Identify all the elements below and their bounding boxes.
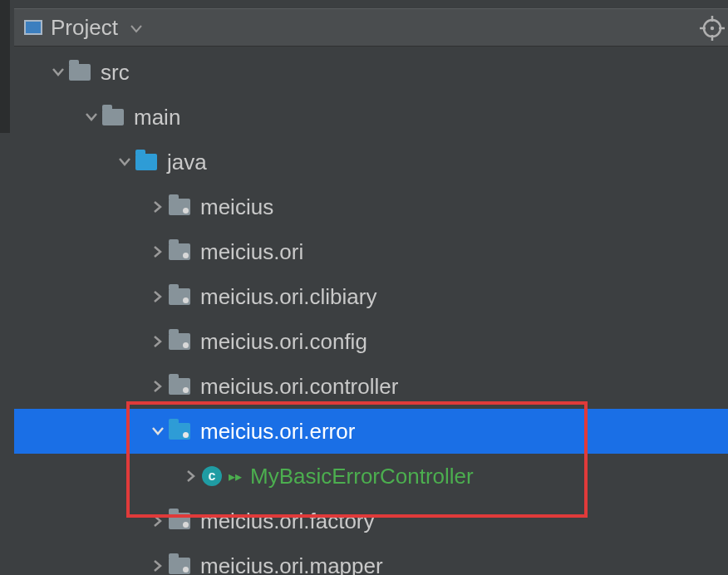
tree-node-package[interactable]: meicius.ori.mapper: [14, 543, 728, 575]
source-folder-icon: [135, 154, 157, 170]
project-icon: [24, 20, 42, 35]
tree-label: meicius.ori.factory: [200, 509, 375, 534]
tree-label: main: [134, 105, 180, 130]
tree-node-src[interactable]: src: [14, 50, 728, 95]
chevron-down-icon[interactable]: [47, 67, 69, 77]
project-tree[interactable]: src main java meicius meicius.ori: [14, 50, 728, 575]
runnable-icon: ▸▸: [229, 469, 242, 484]
tree-node-main[interactable]: main: [14, 95, 728, 140]
package-icon: [169, 513, 190, 529]
chevron-right-icon[interactable]: [147, 335, 169, 348]
package-icon: [169, 378, 190, 395]
target-icon[interactable]: [700, 16, 725, 46]
folder-icon: [69, 64, 91, 81]
package-icon: [169, 558, 190, 574]
chevron-right-icon[interactable]: [147, 559, 169, 573]
tree-label: meicius.ori.clibiary: [200, 284, 376, 310]
tree-label: meicius.ori: [200, 239, 303, 265]
chevron-down-icon[interactable]: [130, 16, 143, 39]
chevron-down-icon[interactable]: [114, 157, 135, 167]
chevron-down-icon[interactable]: [147, 426, 169, 436]
tree-node-package[interactable]: meicius: [14, 184, 728, 229]
tree-node-package[interactable]: meicius.ori.factory: [14, 499, 728, 543]
tree-label: meicius.ori.error: [200, 419, 355, 445]
tree-node-package[interactable]: meicius.ori.clibiary: [14, 274, 728, 319]
chevron-right-icon[interactable]: [147, 245, 169, 258]
project-toolbar[interactable]: Project: [14, 8, 728, 47]
tree-label: src: [101, 60, 130, 86]
tree-label: meicius.ori.mapper: [200, 553, 383, 576]
chevron-right-icon[interactable]: [147, 200, 169, 214]
chevron-right-icon[interactable]: [147, 380, 169, 393]
tree-label: meicius: [200, 194, 273, 220]
chevron-right-icon[interactable]: [180, 469, 202, 483]
tree-node-package[interactable]: meicius.ori.config: [14, 319, 728, 364]
project-label: Project: [51, 15, 118, 41]
package-icon: [169, 288, 190, 305]
package-icon: [169, 423, 190, 440]
tree-label: meicius.ori.controller: [200, 374, 398, 400]
tree-node-package-selected[interactable]: meicius.ori.error: [14, 409, 728, 454]
chevron-right-icon[interactable]: [147, 290, 169, 303]
tree-node-java[interactable]: java: [14, 140, 728, 184]
chevron-down-icon[interactable]: [81, 112, 102, 122]
svg-point-1: [711, 27, 714, 30]
chevron-right-icon[interactable]: [147, 514, 169, 528]
package-icon: [169, 243, 190, 260]
class-icon: c: [202, 466, 222, 486]
tree-node-package[interactable]: meicius.ori: [14, 229, 728, 274]
tree-node-class[interactable]: c ▸▸ MyBasicErrorController: [14, 454, 728, 499]
folder-icon: [102, 109, 124, 125]
gutter: [0, 0, 10, 133]
tree-node-package[interactable]: meicius.ori.controller: [14, 364, 728, 409]
tree-label: meicius.ori.config: [200, 329, 367, 355]
tree-label: MyBasicErrorController: [250, 464, 474, 489]
package-icon: [169, 333, 190, 350]
package-icon: [169, 199, 190, 215]
tree-label: java: [167, 150, 207, 175]
